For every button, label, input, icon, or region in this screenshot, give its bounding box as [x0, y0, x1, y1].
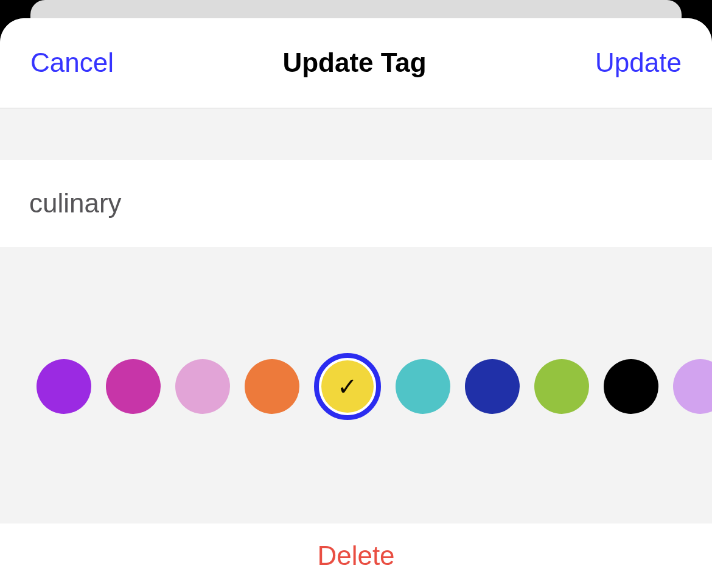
color-picker-section: ✓	[0, 247, 712, 523]
color-swatch-inner: ✓	[321, 360, 374, 413]
section-spacer	[0, 108, 712, 160]
modal-title: Update Tag	[282, 47, 426, 78]
color-swatch-purple[interactable]	[37, 359, 91, 414]
tag-name-input[interactable]	[29, 188, 683, 219]
nav-bar: Cancel Update Tag Update	[0, 18, 712, 108]
cancel-button[interactable]: Cancel	[30, 47, 114, 78]
color-swatch-orange[interactable]	[245, 359, 299, 414]
color-swatch-yellow[interactable]: ✓	[314, 353, 381, 420]
color-swatch-blue[interactable]	[465, 359, 520, 414]
color-picker-row[interactable]: ✓	[0, 353, 712, 420]
color-swatch-green[interactable]	[534, 359, 589, 414]
update-tag-modal: Cancel Update Tag Update ✓ Delete	[0, 18, 712, 588]
checkmark-icon: ✓	[337, 373, 358, 401]
color-swatch-lavender[interactable]	[673, 359, 712, 414]
tag-name-row	[0, 160, 712, 247]
delete-button[interactable]: Delete	[317, 541, 394, 571]
color-swatch-pink[interactable]	[175, 359, 230, 414]
color-swatch-magenta[interactable]	[106, 359, 161, 414]
delete-row: Delete	[0, 523, 712, 588]
update-button[interactable]: Update	[595, 47, 682, 78]
color-swatch-black[interactable]	[604, 359, 658, 414]
color-swatch-teal[interactable]	[396, 359, 450, 414]
